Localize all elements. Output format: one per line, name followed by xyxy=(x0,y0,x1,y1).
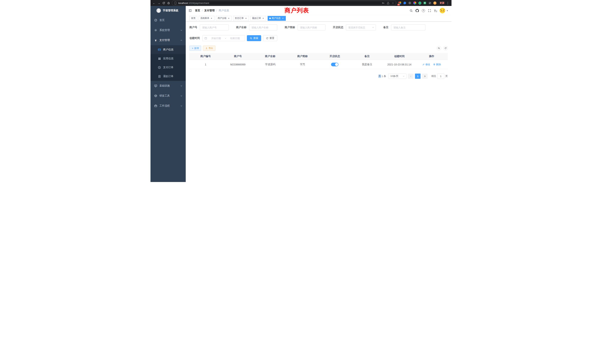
notes-extension-icon[interactable] xyxy=(423,1,427,5)
avatar-caret-icon[interactable]: ▾ xyxy=(447,10,448,12)
goto-page-input[interactable] xyxy=(437,74,444,79)
green-circle-extension-icon[interactable] xyxy=(418,1,422,5)
close-icon[interactable]: × xyxy=(262,17,265,20)
close-icon[interactable]: × xyxy=(245,17,247,20)
delete-link[interactable]: 删除 xyxy=(433,63,441,66)
header-search-button[interactable] xyxy=(409,9,413,13)
sidebar: 芋道管理系统 首页 xyxy=(150,6,186,182)
sidebar-item-pay-order[interactable]: 支付订单 xyxy=(150,63,186,72)
page-size-select[interactable]: 10条/页 xyxy=(388,74,407,79)
full-name-field[interactable] xyxy=(251,26,275,29)
gray-extension-icon[interactable] xyxy=(408,1,412,5)
font-size-icon: T xyxy=(434,10,436,13)
reload-button[interactable] xyxy=(161,0,166,5)
reset-button[interactable]: 重置 xyxy=(263,35,277,41)
refresh-table-button[interactable] xyxy=(443,46,448,50)
status-toggle[interactable] xyxy=(331,63,338,66)
tab-user-group[interactable]: 用户分组 × xyxy=(216,16,232,21)
chevron-down-icon xyxy=(180,85,182,87)
share-icon[interactable] xyxy=(387,2,389,4)
drop-extension-icon[interactable] xyxy=(403,1,407,5)
document-icon xyxy=(158,75,161,78)
pin-icon xyxy=(429,2,431,4)
goto-label: 前往 xyxy=(431,75,436,78)
date-start-field[interactable] xyxy=(208,37,224,40)
total-prefix: 共 xyxy=(378,75,381,78)
tab-home[interactable]: 首页 xyxy=(189,16,197,21)
tab-refund-order[interactable]: 退款订单 × xyxy=(250,16,266,21)
pin-extension-icon[interactable] xyxy=(428,1,432,5)
forward-button[interactable]: → xyxy=(156,0,161,5)
sidebar-item-app-info[interactable]: 应用信息 xyxy=(150,54,186,63)
reset-button-label: 重置 xyxy=(269,36,274,40)
status-select-field[interactable] xyxy=(348,26,371,29)
date-range-picker[interactable]: - xyxy=(202,35,245,41)
edit-link[interactable]: 修改 xyxy=(422,63,430,66)
payment-submenu: 商户信息 应用信息 xyxy=(150,45,186,81)
filter-short-name: 商户简称 xyxy=(285,24,325,30)
browser-profile-avatar[interactable] xyxy=(433,1,437,5)
tab-label: 流程表单 xyxy=(200,17,209,20)
bookmark-star-icon[interactable]: ☆ xyxy=(392,2,394,4)
chevron-down-icon xyxy=(372,26,374,29)
short-name-field[interactable] xyxy=(300,26,323,29)
address-bar[interactable]: i localhost:1024/pay/merchant ☆ xyxy=(172,1,396,5)
back-button[interactable]: ← xyxy=(152,0,156,5)
help-button[interactable]: ? xyxy=(421,9,425,13)
breadcrumb: 首页 / 支付管理 / 商户信息 xyxy=(195,9,229,12)
sidebar-item-refund-order[interactable]: 退款订单 xyxy=(150,72,186,81)
tab-grid-extension-icon[interactable]: 10 xyxy=(398,1,402,5)
close-icon[interactable]: × xyxy=(210,17,213,20)
github-link[interactable] xyxy=(415,9,419,13)
export-button[interactable]: 导出 xyxy=(203,46,215,51)
status-select[interactable] xyxy=(346,24,376,30)
toggle-search-button[interactable] xyxy=(437,46,441,50)
search-button[interactable]: 搜索 xyxy=(247,35,261,41)
tab-merchant-info[interactable]: 商户信息 × xyxy=(268,16,286,21)
tab-label: 首页 xyxy=(191,17,195,20)
sidebar-item-infra[interactable]: 基础设施 xyxy=(150,81,186,91)
close-icon[interactable]: × xyxy=(227,17,230,20)
prev-page-button[interactable] xyxy=(408,74,413,79)
password-key-icon[interactable] xyxy=(382,2,385,4)
browser-update-button[interactable]: 更新 xyxy=(438,1,446,5)
short-name-input[interactable] xyxy=(298,24,325,30)
download-icon xyxy=(205,47,208,49)
next-page-button[interactable] xyxy=(422,74,428,79)
sidebar-item-devtools[interactable]: 研发工具 xyxy=(150,91,186,101)
column-header: 操作 xyxy=(416,55,448,58)
breadcrumb-home[interactable]: 首页 xyxy=(195,9,200,12)
sidebar-item-merchant-info[interactable]: 商户信息 xyxy=(150,45,186,54)
full-name-input[interactable] xyxy=(249,24,277,30)
sidebar-item-home[interactable]: 首页 xyxy=(150,15,186,25)
browser-menu-button[interactable]: ⋮ xyxy=(446,1,450,5)
page-number-button[interactable]: 1 xyxy=(415,74,420,79)
field-label: 备注 xyxy=(383,26,388,29)
merchant-no-field[interactable] xyxy=(202,26,226,29)
page-size-value: 10条/页 xyxy=(390,75,398,78)
cell-full-name: 芋道源码 xyxy=(254,63,286,66)
fullscreen-button[interactable] xyxy=(427,9,431,13)
sidebar-item-workflow[interactable]: 工作流程 xyxy=(150,101,186,111)
user-avatar[interactable] xyxy=(440,8,445,13)
font-size-button[interactable]: TT xyxy=(433,9,438,13)
remark-field[interactable] xyxy=(394,26,423,29)
add-button[interactable]: + 新增 xyxy=(189,46,201,51)
sidebar-item-payment[interactable]: ¥ 支付管理 xyxy=(150,35,186,45)
sidebar-item-system[interactable]: 系统管理 xyxy=(150,25,186,35)
date-end-field[interactable] xyxy=(227,37,243,40)
sidebar-toggle-button[interactable] xyxy=(188,9,192,13)
home-button[interactable] xyxy=(166,0,171,5)
column-header: 备注 xyxy=(351,55,383,58)
tab-pay-order[interactable]: 支付订单 × xyxy=(233,16,249,21)
color-wheel-extension-icon[interactable] xyxy=(413,1,417,5)
app-logo[interactable]: 芋道管理系统 xyxy=(150,6,186,15)
tab-process-form[interactable]: 流程表单 × xyxy=(199,16,215,21)
remark-input[interactable] xyxy=(391,24,426,30)
page-info-icon[interactable]: i xyxy=(174,2,177,4)
merchant-no-input[interactable] xyxy=(200,24,229,30)
page-annotation: 商户列表 xyxy=(284,6,309,15)
close-icon[interactable]: × xyxy=(281,17,284,20)
field-label: 开启状态 xyxy=(333,26,343,29)
pikachu-avatar-icon xyxy=(440,8,445,13)
